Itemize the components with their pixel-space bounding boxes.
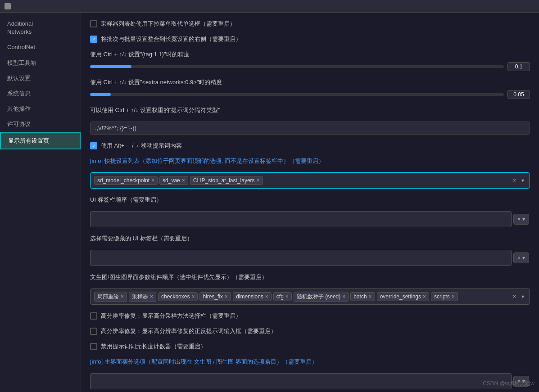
text-label-hidden-tabs-label: 选择需要隐藏的 UI 标签栏（需要重启） <box>90 234 530 243</box>
tag-CLIP_stop_at_last_layers: CLIP_stop_at_last_layers× <box>190 176 263 185</box>
setting-quicksettings-tags: sd_model_checkpoint×sd_vae×CLIP_stop_at_… <box>90 172 530 189</box>
tag-scripts: scripts× <box>431 292 458 301</box>
tag-close-btn[interactable]: × <box>285 294 289 299</box>
checkbox-label-alt-move[interactable]: 使用 Alt+ ←/→ 移动提示词内容 <box>90 142 530 150</box>
tag-text: scripts <box>434 293 450 300</box>
checkbox-batch-width[interactable] <box>90 36 97 43</box>
checkbox-label-hires-sampler[interactable]: 高分辨率修复：显示高分采样方法选择栏（需要重启） <box>90 312 530 320</box>
tag-close-btn[interactable]: × <box>150 294 153 299</box>
tag-close-btn[interactable]: × <box>225 294 228 299</box>
checkbox-text-sampler-dropdown: 采样器列表处使用下拉菜单取代单选框（需要重启） <box>101 20 236 28</box>
tag-局部重绘: 局部重绘× <box>94 292 127 302</box>
checkbox-label-batch-width[interactable]: 将批次与批量设置整合到长宽设置的右侧（需要重启） <box>90 35 530 43</box>
tag-close-btn[interactable]: × <box>121 294 124 299</box>
setting-separator-types: 可以使用 Ctrl + ↑/↓ 设置权重的"提示词分隔符类型" <box>90 106 530 114</box>
tag-container-ui-component-tags: 局部重绘×采样器×checkboxes×hires_fix×dimensions… <box>90 288 530 305</box>
tag-text: sd_model_checkpoint <box>97 177 149 184</box>
tag-close-btn[interactable]: × <box>342 294 345 299</box>
text-label-ui-tab-order-label: UI 标签栏顺序（需要重启） <box>90 196 530 204</box>
tag-close-btn[interactable]: × <box>182 178 185 183</box>
checkbox-text-batch-width: 将批次与批量设置整合到长宽设置的右侧（需要重启） <box>101 35 241 43</box>
select-dropdown-extra-options-select[interactable] <box>90 373 512 389</box>
select-row-ui-tab-order-select: ×▾ <box>90 211 530 227</box>
tag-close-btn[interactable]: × <box>369 294 372 299</box>
tag-text: batch <box>353 293 367 300</box>
sidebar: Additional NetworksControlNet模型工具箱默认设置系统… <box>0 13 81 392</box>
setting-ctrl-precision-1: 使用 Ctrl + ↑/↓ 设置"(tag:1.1)"时的精度0.1 <box>90 50 530 71</box>
tag-dropdown-btn[interactable]: ▾ <box>520 293 526 301</box>
tag-text: 局部重绘 <box>97 293 119 301</box>
tag-actions-quicksettings-tags: ×▾ <box>511 176 526 185</box>
watermark: CSDN @w风柯无阻w <box>483 380 534 387</box>
setting-hires-negative: 高分辨率修复：显示高分辨率修复的正反提示词输入框（需要重启） <box>90 327 530 335</box>
checkbox-label-token-counter[interactable]: 禁用提示词词元长度计数器（需要重启） <box>90 342 530 351</box>
tag-随机数种子-seed: 随机数种子 (seed)× <box>294 292 349 302</box>
dropdown-arrow-icon: ▾ <box>522 255 525 261</box>
select-dropdown-hidden-tabs-select[interactable] <box>90 250 512 266</box>
tag-text: 随机数种子 (seed) <box>297 293 340 301</box>
tag-sd_vae: sd_vae× <box>159 176 188 185</box>
x-icon: × <box>517 255 521 261</box>
select-clear-btn-hidden-tabs-select[interactable]: ×▾ <box>513 252 529 263</box>
sidebar-item-additional-networks[interactable]: Additional Networks <box>0 16 81 40</box>
tag-text: cfg <box>276 293 284 300</box>
checkbox-text-alt-move: 使用 Alt+ ←/→ 移动提示词内容 <box>101 142 182 150</box>
checkbox-hires-sampler[interactable] <box>90 312 97 320</box>
sidebar-item-controlnet[interactable]: ControlNet <box>0 40 81 55</box>
slider-label-ctrl-precision-2: 使用 Ctrl + ↑/↓ 设置"<extra networks:0.9>"时的… <box>90 78 530 86</box>
tag-text: dimensions <box>236 293 263 300</box>
tag-text: CLIP_stop_at_last_layers <box>193 177 255 184</box>
tag-close-btn[interactable]: × <box>423 294 426 299</box>
checkbox-hires-negative[interactable] <box>90 328 97 335</box>
title-bar <box>0 0 539 13</box>
setting-extra-options-info: [info] 主界面额外选项（配置同时出现在 文生图 / 图生图 界面的选项条目… <box>90 358 530 366</box>
slider-value-ctrl-precision-1[interactable]: 0.1 <box>507 62 530 71</box>
tag-dropdown-btn[interactable]: ▾ <box>520 176 526 185</box>
select-dropdown-ui-tab-order-select[interactable] <box>90 211 512 227</box>
sidebar-item-other-ops[interactable]: 其他操作 <box>0 101 81 117</box>
tag-close-btn[interactable]: × <box>257 178 260 183</box>
text-label-extra-options-info: [info] 主界面额外选项（配置同时出现在 文生图 / 图生图 界面的选项条目… <box>90 358 530 366</box>
checkbox-label-hires-negative[interactable]: 高分辨率修复：显示高分辨率修复的正反提示词输入框（需要重启） <box>90 327 530 335</box>
x-icon: × <box>517 216 521 222</box>
tag-cfg: cfg× <box>273 292 292 301</box>
setting-ui-tab-order-select: ×▾ <box>90 211 530 227</box>
select-clear-btn-ui-tab-order-select[interactable]: ×▾ <box>513 214 529 225</box>
tag-checkboxes: checkboxes× <box>158 292 198 301</box>
checkbox-label-sampler-dropdown[interactable]: 采样器列表处使用下拉菜单取代单选框（需要重启） <box>90 20 530 28</box>
tag-close-btn[interactable]: × <box>191 294 195 299</box>
tag-sd_model_checkpoint: sd_model_checkpoint× <box>94 176 158 185</box>
tag-clear-btn[interactable]: × <box>511 293 518 301</box>
setting-ctrl-precision-2: 使用 Ctrl + ↑/↓ 设置"<extra networks:0.9>"时的… <box>90 78 530 99</box>
sidebar-item-default-settings[interactable]: 默认设置 <box>0 71 81 86</box>
sidebar-item-license[interactable]: 许可协议 <box>0 117 81 132</box>
setting-batch-width: 将批次与批量设置整合到长宽设置的右侧（需要重启） <box>90 35 530 43</box>
setting-hidden-tabs-select: ×▾ <box>90 250 530 266</box>
setting-sampler-dropdown: 采样器列表处使用下拉菜单取代单选框（需要重启） <box>90 20 530 28</box>
setting-quicksettings-info: [info] 快捷设置列表（添加位于网页界面顶部的选项, 而不是在设置标签栏中）… <box>90 157 530 165</box>
select-row-extra-options-select: ×▾ <box>90 373 530 389</box>
text-input-separator-input[interactable]: .,\/!?%^*;:{}=`~() <box>90 122 530 135</box>
setting-extra-options-select: ×▾ <box>90 373 530 389</box>
tag-close-btn[interactable]: × <box>265 294 268 299</box>
sidebar-item-show-all-settings[interactable]: 显示所有设置页 <box>0 132 81 149</box>
checkbox-alt-move[interactable] <box>90 142 97 149</box>
checkbox-token-counter[interactable] <box>90 343 97 350</box>
tag-clear-btn[interactable]: × <box>511 176 518 185</box>
setting-hidden-tabs-label: 选择需要隐藏的 UI 标签栏（需要重启） <box>90 234 530 243</box>
setting-token-counter: 禁用提示词词元长度计数器（需要重启） <box>90 342 530 351</box>
tag-text: checkboxes <box>161 293 190 300</box>
tag-dimensions: dimensions× <box>233 292 272 301</box>
sidebar-item-model-toolbox[interactable]: 模型工具箱 <box>0 55 81 71</box>
tag-text: sd_vae <box>163 177 180 184</box>
slider-container-ctrl-precision-2[interactable] <box>90 90 504 99</box>
tag-close-btn[interactable]: × <box>151 178 154 183</box>
tag-container-quicksettings-tags: sd_model_checkpoint×sd_vae×CLIP_stop_at_… <box>90 172 530 189</box>
checkbox-sampler-dropdown[interactable] <box>90 20 97 27</box>
slider-container-ctrl-precision-1[interactable] <box>90 62 504 71</box>
tag-text: 采样器 <box>132 293 148 301</box>
setting-alt-move: 使用 Alt+ ←/→ 移动提示词内容 <box>90 142 530 150</box>
tag-close-btn[interactable]: × <box>452 294 455 299</box>
slider-value-ctrl-precision-2[interactable]: 0.05 <box>507 90 530 99</box>
sidebar-item-system-info[interactable]: 系统信息 <box>0 86 81 101</box>
